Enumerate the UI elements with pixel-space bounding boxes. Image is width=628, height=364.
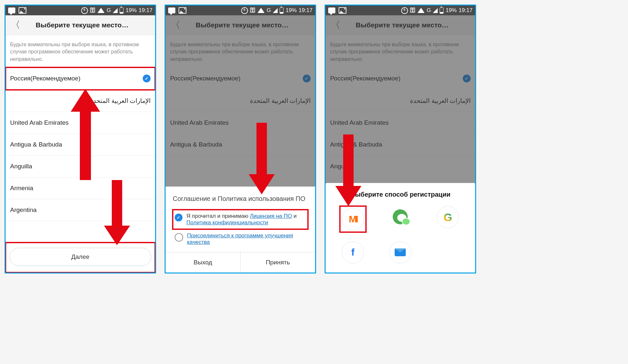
sms-icon	[8, 7, 15, 13]
google-icon: G	[444, 211, 452, 224]
vpn-key-icon: ⚿	[90, 7, 95, 14]
annotation-arrow-down	[335, 134, 361, 206]
facebook-button[interactable]: f	[342, 241, 364, 263]
dialog-buttons: Выход Принять	[166, 252, 315, 273]
country-argentina[interactable]: Argentina	[6, 199, 155, 221]
mi-account-button[interactable]: MI	[342, 208, 364, 230]
alarm-icon	[241, 7, 248, 14]
vpn-key-icon: ⚿	[410, 7, 416, 14]
status-bar: ⚿ G 19% 19:17	[6, 6, 155, 15]
info-text: Будьте внимательны при выборе языка, в п…	[6, 35, 155, 67]
country-label: Armenia	[10, 185, 33, 192]
signal-icon	[113, 8, 118, 13]
check-icon: ✓	[143, 75, 151, 82]
country-label: Россия(Рекомендуемое)	[10, 75, 80, 82]
wifi-icon	[97, 8, 105, 13]
svg-marker-2	[249, 123, 275, 194]
country-label: United Arab Emirates	[10, 119, 69, 126]
header-title: Выберите текущее место…	[22, 21, 142, 29]
quality-link[interactable]: Присоединиться к программе улучшения кач…	[187, 232, 293, 245]
privacy-link[interactable]: Политика конфиденциальности	[186, 219, 268, 226]
footer-area: Далее	[6, 243, 155, 273]
network-g: G	[427, 7, 431, 14]
status-bar: ⚿ G 19% 19:17	[326, 6, 475, 15]
battery-icon	[440, 7, 444, 14]
image-icon	[339, 7, 346, 14]
agreement-dialog: Соглашение и Политика использования ПО ✓…	[166, 187, 315, 273]
country-label: Antigua & Barbuda	[10, 141, 62, 148]
quality-program-row[interactable]: Присоединиться к программе улучшения кач…	[173, 229, 308, 249]
phone-3: ⚿ G 19% 19:17 〈 Выберите текущее место… …	[325, 5, 476, 273]
country-label: Argentina	[10, 206, 37, 214]
image-icon	[179, 7, 186, 14]
next-button-label: Далее	[71, 253, 90, 260]
alarm-icon	[401, 7, 408, 14]
phone-2: ⚿ G 19% 19:17 〈 Выберите текущее место… …	[165, 5, 316, 273]
battery-icon	[280, 7, 284, 14]
network-g: G	[267, 7, 271, 14]
back-button[interactable]: 〈	[9, 19, 22, 32]
status-bar: ⚿ G 19% 19:17	[166, 6, 315, 15]
image-icon	[19, 7, 26, 14]
sms-icon	[328, 7, 335, 13]
checkbox-checked-icon[interactable]: ✓	[175, 214, 183, 221]
battery-percent: 19%	[285, 7, 297, 14]
svg-marker-3	[335, 134, 361, 206]
wechat-button[interactable]	[389, 206, 411, 228]
wechat-icon	[393, 209, 408, 224]
country-russia-recommended[interactable]: Россия(Рекомендуемое) ✓	[6, 67, 155, 90]
social-grid: MI G f	[331, 206, 469, 263]
facebook-icon: f	[351, 247, 355, 258]
wifi-icon	[417, 8, 425, 13]
clock-time: 19:17	[459, 7, 473, 14]
exit-button[interactable]: Выход	[166, 252, 240, 273]
mail-icon	[395, 248, 406, 256]
clock-time: 19:17	[299, 7, 313, 14]
mi-highlight: MI	[340, 206, 366, 232]
agree-license-row[interactable]: ✓ Я прочитал и принимаю Лицензия на ПО и…	[173, 210, 308, 229]
alarm-icon	[81, 7, 88, 14]
svg-marker-0	[71, 89, 100, 180]
google-button[interactable]: G	[437, 206, 459, 228]
battery-percent: 19%	[445, 7, 457, 14]
country-armenia[interactable]: Armenia	[6, 177, 155, 199]
clock-time: 19:17	[139, 7, 153, 14]
dialog-title: Соглашение и Политика использования ПО	[173, 194, 308, 203]
network-g: G	[107, 7, 111, 14]
license-link[interactable]: Лицензия на ПО	[250, 213, 292, 219]
phone-1: ⚿ G 19% 19:17 〈 Выберите текущее место… …	[5, 5, 156, 273]
app-header: 〈 Выберите текущее место…	[6, 15, 155, 35]
annotation-arrow-down	[104, 180, 130, 245]
annotation-arrow-down	[249, 123, 275, 194]
country-label: Anguilla	[10, 163, 32, 170]
next-button[interactable]: Далее	[9, 248, 151, 266]
accept-button[interactable]: Принять	[240, 252, 315, 273]
mi-icon: MI	[349, 214, 357, 225]
battery-icon	[120, 7, 124, 14]
sms-icon	[168, 7, 175, 13]
quality-text: Присоединиться к программе улучшения кач…	[187, 232, 306, 245]
wifi-icon	[257, 8, 265, 13]
email-button[interactable]	[389, 241, 411, 263]
agree-text: Я прочитал и принимаю Лицензия на ПО и П…	[186, 213, 306, 226]
svg-marker-1	[104, 180, 130, 245]
signal-icon	[273, 8, 278, 13]
signal-icon	[433, 8, 438, 13]
checkbox-empty-icon[interactable]	[175, 233, 183, 242]
annotation-arrow-up	[71, 89, 100, 180]
vpn-key-icon: ⚿	[250, 7, 256, 14]
battery-percent: 19%	[125, 7, 137, 14]
